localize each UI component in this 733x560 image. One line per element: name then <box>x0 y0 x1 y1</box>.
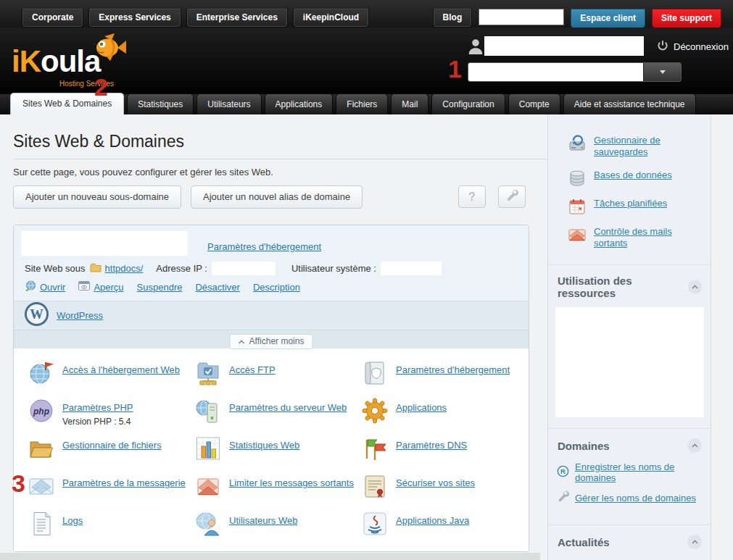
php-settings-icon: php <box>28 398 54 424</box>
logs-link[interactable]: Logs <box>62 515 83 526</box>
wrench-icon <box>505 189 518 205</box>
sidebar-item-backup-manager: Gestionnaire de sauvegardes <box>568 135 702 159</box>
ftp-access-link[interactable]: Accès FTP <box>229 364 276 375</box>
grid-item-web-server-settings: Paramètres du serveur Web <box>195 398 362 435</box>
power-icon <box>657 40 668 54</box>
outgoing-mail-control-icon <box>568 226 586 243</box>
grid-item-applications: Applications <box>362 398 527 435</box>
outgoing-mail-limit-icon <box>195 473 221 499</box>
manage-domains-link[interactable]: Gérer les noms de domaines <box>575 493 696 503</box>
domain-panel: Paramètres d'hébergement Site Web sous h… <box>13 225 529 552</box>
sidebar-item-databases: Bases de données <box>568 170 702 187</box>
web-hosting-access-link[interactable]: Accès à l'hébergement Web <box>62 364 180 375</box>
resources-section-title: Utilisation des ressources <box>558 275 688 299</box>
outgoing-mail-limit-link[interactable]: Limiter les messages sortants <box>229 477 354 488</box>
deactivate-link[interactable]: Désactiver <box>195 282 239 293</box>
httpdocs-link[interactable]: httpdocs/ <box>105 263 144 274</box>
page-title: Sites Web & Domaines <box>13 132 184 151</box>
top-tab-express-services[interactable]: Express Services <box>88 9 181 28</box>
tab-compte[interactable]: Compte <box>508 93 560 114</box>
ikoula-logo: iKoula Hosting Services <box>12 46 135 93</box>
dns-settings-link[interactable]: Paramètres DNS <box>396 440 467 451</box>
chevron-up-icon <box>239 336 245 346</box>
hosting-settings-grid-link[interactable]: Paramètres d'hébergement <box>396 364 510 375</box>
preview-link[interactable]: Aperçu <box>78 281 123 293</box>
domain-selector-dropdown-button[interactable] <box>643 63 681 81</box>
tab-configuration[interactable]: Configuration <box>431 93 505 114</box>
settings-wrench-button[interactable] <box>498 185 526 208</box>
sidebar-tools: Gestionnaire de sauvegardes Bases de don… <box>548 114 711 264</box>
top-tab-blog[interactable]: Blog <box>433 9 473 28</box>
tab-statistiques[interactable]: Statistiques <box>127 93 194 114</box>
suspend-link[interactable]: Suspendre <box>137 282 183 293</box>
content-area: Sites Web & Domaines Sur cette page, vou… <box>0 114 733 560</box>
grid-item-logs: Logs <box>28 511 195 548</box>
backup-manager-link[interactable]: Gestionnaire de sauvegardes <box>594 135 702 159</box>
svg-text:W: W <box>30 307 44 322</box>
tab-fichiers[interactable]: Fichiers <box>336 93 388 114</box>
show-less-button[interactable]: Afficher moins <box>230 334 313 349</box>
java-applications-link[interactable]: Applications Java <box>396 515 469 526</box>
news-collapse-button[interactable] <box>687 535 702 549</box>
tab-applications[interactable]: Applications <box>265 93 334 114</box>
grid-item-outgoing-mail-limit: Limiter les messages sortants <box>195 473 362 511</box>
grid-item-dns-settings: Paramètres DNS <box>362 435 527 473</box>
applications-gear-icon <box>362 398 388 424</box>
secure-sites-link[interactable]: Sécuriser vos sites <box>396 477 475 488</box>
tab-mail[interactable]: Mail <box>391 93 428 114</box>
java-applications-icon <box>362 511 388 537</box>
feature-grid: Accès à l'hébergement Web Accès F <box>14 348 529 551</box>
annotation-step-3: 3 <box>12 471 25 496</box>
domain-selector[interactable] <box>468 62 682 82</box>
sidebar-item-outgoing-mail-control: Contrôle des mails sortants <box>568 226 702 250</box>
wordpress-link[interactable]: WordPress <box>57 310 103 321</box>
web-statistics-icon <box>195 435 221 461</box>
site-support-button[interactable]: Site support <box>652 9 721 28</box>
add-subdomain-button[interactable]: Ajouter un nouveau sous-domaine <box>13 185 181 209</box>
web-statistics-link[interactable]: Statistiques Web <box>229 440 299 451</box>
grid-item-ftp-access: Accès FTP <box>195 360 362 398</box>
user-icon <box>468 38 484 58</box>
top-search-input[interactable] <box>479 9 564 25</box>
backup-manager-icon <box>568 135 586 152</box>
file-manager-link[interactable]: Gestionnaire de fichiers <box>62 440 162 451</box>
description-link[interactable]: Description <box>253 282 300 293</box>
tab-utilisateurs[interactable]: Utilisateurs <box>196 93 261 114</box>
web-server-settings-link[interactable]: Paramètres du serveur Web <box>229 402 347 413</box>
hosting-settings-link[interactable]: Paramètres d'hébergement <box>207 241 321 252</box>
web-users-link[interactable]: Utilisateurs Web <box>229 515 297 526</box>
annotation-step-2: 2 <box>94 75 108 99</box>
databases-link[interactable]: Bases de données <box>594 170 672 187</box>
wordpress-row: W WordPress <box>14 301 529 330</box>
logs-icon <box>28 511 54 537</box>
tab-aide[interactable]: Aide et assistance technique <box>563 93 696 114</box>
mail-settings-link[interactable]: Paramètres de la messagerie <box>62 477 186 488</box>
scheduled-tasks-link[interactable]: Tâches planifiées <box>594 198 667 215</box>
fish-mascot-icon <box>90 32 129 71</box>
php-settings-link[interactable]: Paramètres PHP <box>62 402 133 413</box>
databases-icon <box>568 170 586 187</box>
open-site-link[interactable]: Ouvrir <box>25 280 65 294</box>
applications-link[interactable]: Applications <box>396 402 447 413</box>
chevron-down-icon <box>660 70 666 74</box>
top-tab-ikeepincloud[interactable]: iKeepinCloud <box>293 9 369 28</box>
logo-letter-i: i <box>12 44 20 78</box>
grid-item-php-settings: php Paramètres PHP Version PHP : 5.4 <box>28 398 195 435</box>
top-tab-corporate[interactable]: Corporate <box>22 9 83 28</box>
svg-text:php: php <box>33 406 49 417</box>
top-tab-enterprise-services[interactable]: Enterprise Services <box>186 9 288 28</box>
preview-label: Aperçu <box>94 282 123 293</box>
add-domain-alias-button[interactable]: Ajouter un nouvel alias de domaine <box>191 185 363 209</box>
domains-section: Domaines R Enregistrer les noms de domai… <box>548 428 711 525</box>
outgoing-mail-control-link[interactable]: Contrôle des mails sortants <box>594 226 702 250</box>
help-button[interactable]: ? <box>458 185 486 208</box>
register-domains-link[interactable]: Enregistrer les noms de domaines <box>575 461 703 483</box>
domains-collapse-button[interactable] <box>687 438 702 453</box>
show-less-label: Afficher moins <box>249 336 305 346</box>
top-bar-right: Blog Espace client Site support <box>433 9 721 28</box>
web-users-icon <box>195 511 221 537</box>
espace-client-button[interactable]: Espace client <box>571 9 645 28</box>
logout-button[interactable]: Déconnexion <box>657 40 729 54</box>
resources-collapse-button[interactable] <box>688 280 702 294</box>
mail-settings-icon <box>28 473 54 499</box>
